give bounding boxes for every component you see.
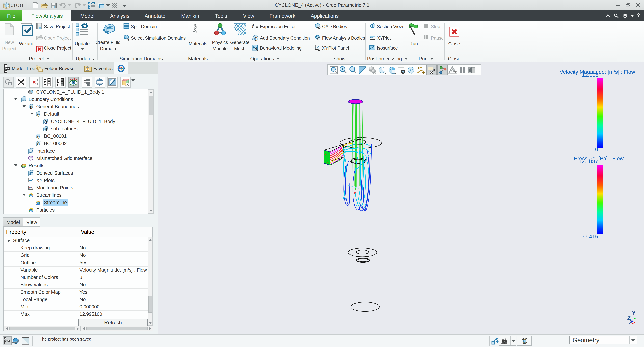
svg-text:f: f — [252, 23, 254, 30]
svg-text:(): () — [254, 36, 258, 41]
svg-text:Y: Y — [632, 310, 636, 316]
